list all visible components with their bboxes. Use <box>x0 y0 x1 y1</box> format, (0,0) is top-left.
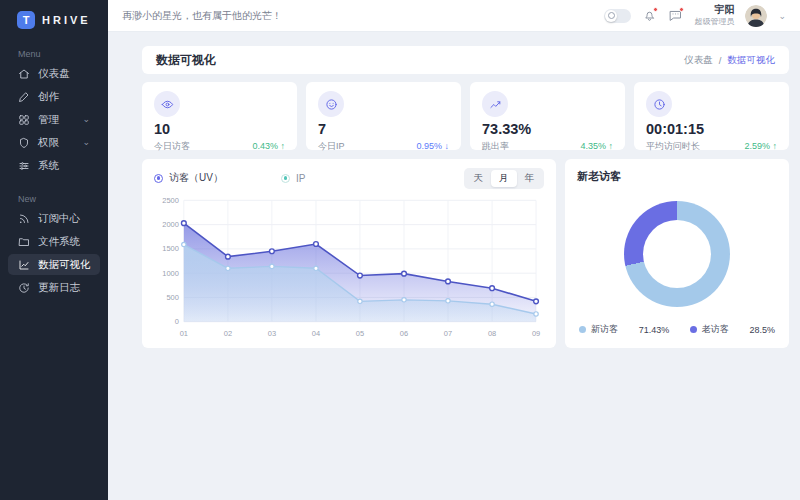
notification-badge <box>653 7 658 12</box>
visitor-type-card: 新老访客 新访客 71.43% 老 <box>565 159 789 348</box>
svg-text:1000: 1000 <box>162 269 179 278</box>
header-actions: 宇阳 超级管理员 ⌄ <box>604 4 786 27</box>
legend-old-visitors[interactable]: 老访客 <box>690 323 729 336</box>
pencil-icon <box>18 91 30 103</box>
page-header: 数据可视化 仪表盘 / 数据可视化 <box>142 46 789 74</box>
sidebar-section-new: New <box>0 185 108 207</box>
sidebar-item-label: 更新日志 <box>38 281 80 295</box>
sidebar-item-system[interactable]: 系统 <box>8 155 100 176</box>
svg-text:07: 07 <box>444 329 452 338</box>
greeting-text: 再渺小的星光，也有属于他的光芒！ <box>122 9 282 23</box>
logo-icon: T <box>17 11 35 29</box>
avatar-image <box>745 5 767 27</box>
sidebar-item-permissions[interactable]: 权限 ⌄ <box>8 132 100 153</box>
user-meta: 宇阳 超级管理员 <box>694 4 734 27</box>
donut-chart-title: 新老访客 <box>577 169 777 184</box>
clock-icon <box>646 91 672 117</box>
svg-text:2000: 2000 <box>162 220 179 229</box>
svg-text:0: 0 <box>175 317 179 326</box>
sidebar-item-label: 仪表盘 <box>38 67 70 81</box>
grid-icon <box>18 114 30 126</box>
breadcrumb-current[interactable]: 数据可视化 <box>728 54 776 67</box>
donut-hole <box>643 220 711 288</box>
messages-button[interactable] <box>668 8 683 23</box>
radio-icon <box>281 174 290 183</box>
app-window: T HRIVE Menu 仪表盘 创作 管理 ⌄ 权限 ⌄ 系统 New <box>0 0 800 500</box>
sidebar-item-dashboard[interactable]: 仪表盘 <box>8 63 100 84</box>
content-column: 再渺小的星光，也有属于他的光芒！ 宇阳 超级管理员 <box>108 0 800 500</box>
home-icon <box>18 68 30 80</box>
sliders-icon <box>18 160 30 172</box>
notifications-button[interactable] <box>642 8 657 23</box>
stat-delta: 2.59% ↑ <box>744 141 777 151</box>
trend-icon <box>482 91 508 117</box>
legend-new-visitors[interactable]: 新访客 <box>579 323 618 336</box>
old-visitors-value: 28.5% <box>749 325 775 335</box>
legend-ip[interactable]: IP <box>281 173 305 184</box>
eye-icon <box>154 91 180 117</box>
history-icon <box>18 282 30 294</box>
legend-ip-label: IP <box>296 173 305 184</box>
stat-card-today-visitors: 10 今日访客 0.43% ↑ <box>142 82 297 150</box>
svg-text:500: 500 <box>166 293 178 302</box>
stat-label: 今日IP <box>318 140 345 153</box>
rss-icon <box>18 213 30 225</box>
sidebar-item-manage[interactable]: 管理 ⌄ <box>8 109 100 130</box>
sidebar-item-label: 权限 <box>38 136 59 150</box>
theme-toggle-knob <box>605 10 617 22</box>
breadcrumb-dashboard[interactable]: 仪表盘 <box>684 54 713 67</box>
stat-label: 跳出率 <box>482 140 509 153</box>
breadcrumb-separator: / <box>719 55 722 66</box>
sidebar-item-label: 文件系统 <box>38 235 80 249</box>
stats-row: 10 今日访客 0.43% ↑ 7 今日IP 0.95% ↓ <box>142 82 789 150</box>
theme-toggle[interactable] <box>604 9 631 23</box>
chevron-down-icon: ⌄ <box>82 115 90 124</box>
stat-delta: 0.43% ↑ <box>252 141 285 151</box>
legend-uv-label: 访客（UV） <box>169 171 223 185</box>
svg-text:03: 03 <box>268 329 276 338</box>
uv-ip-line-chart[interactable]: 01020304050607080905001000150020002500 <box>154 192 544 342</box>
chart-icon <box>18 259 30 271</box>
visitors-chart-card: 访客（UV） IP 天 月 年 010203040506070809050010… <box>142 159 556 348</box>
svg-text:04: 04 <box>312 329 320 338</box>
old-visitors-dot-icon <box>690 326 697 333</box>
stat-value: 7 <box>318 122 449 138</box>
sidebar-item-changelog[interactable]: 更新日志 <box>8 277 100 298</box>
sidebar-item-files[interactable]: 文件系统 <box>8 231 100 252</box>
smile-icon <box>318 91 344 117</box>
user-menu-chevron-icon[interactable]: ⌄ <box>778 11 786 21</box>
sidebar-item-data-visualization[interactable]: 数据可视化 <box>8 254 100 275</box>
page-title: 数据可视化 <box>156 52 216 69</box>
sidebar-item-label: 系统 <box>38 159 59 173</box>
breadcrumb: 仪表盘 / 数据可视化 <box>684 54 775 67</box>
arrow-up-icon: ↑ <box>773 141 778 151</box>
period-year-button[interactable]: 年 <box>517 170 543 187</box>
svg-text:2500: 2500 <box>162 196 179 205</box>
period-month-button[interactable]: 月 <box>491 170 517 187</box>
donut-chart-wrap <box>577 184 777 323</box>
sidebar-item-label: 创作 <box>38 90 59 104</box>
logo-text: HRIVE <box>42 14 91 26</box>
sidebar-item-label: 订阅中心 <box>38 212 80 226</box>
visitor-type-donut-chart[interactable] <box>624 201 730 307</box>
svg-text:02: 02 <box>224 329 232 338</box>
sidebar-item-create[interactable]: 创作 <box>8 86 100 107</box>
sidebar-item-subscriptions[interactable]: 订阅中心 <box>8 208 100 229</box>
shield-icon <box>18 137 30 149</box>
stat-delta: 0.95% ↓ <box>416 141 449 151</box>
user-name: 宇阳 <box>694 4 734 17</box>
period-day-button[interactable]: 天 <box>466 170 492 187</box>
legend-uv[interactable]: 访客（UV） <box>154 171 223 185</box>
legend-label: 新访客 <box>591 323 618 336</box>
stat-card-avg-duration: 00:01:15 平均访问时长 2.59% ↑ <box>634 82 789 150</box>
message-badge <box>679 7 684 12</box>
radio-selected-icon <box>154 174 163 183</box>
stat-delta: 4.35% ↑ <box>580 141 613 151</box>
avatar[interactable] <box>745 5 767 27</box>
sidebar-item-label: 数据可视化 <box>38 258 91 272</box>
stat-value: 10 <box>154 122 285 138</box>
chart-header: 访客（UV） IP 天 月 年 <box>154 168 544 188</box>
svg-text:06: 06 <box>400 329 408 338</box>
donut-legend: 新访客 71.43% 老访客 28.5% <box>577 323 777 338</box>
brand-logo[interactable]: T HRIVE <box>0 0 108 40</box>
